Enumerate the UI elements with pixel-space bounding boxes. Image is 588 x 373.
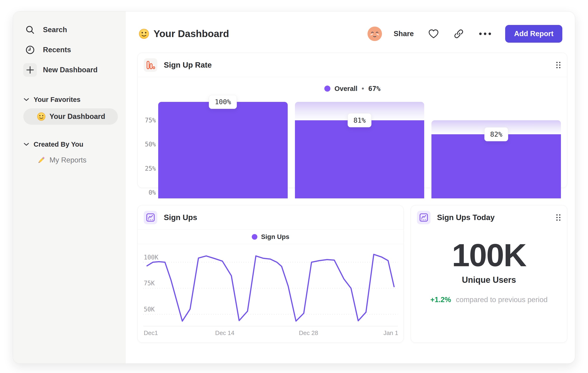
legend-separator: • [362, 85, 364, 92]
funnel-tooltip: 100% [209, 95, 237, 109]
page-title: Your Dashboard [154, 28, 229, 40]
more-options-icon[interactable] [479, 32, 492, 36]
funnel-plot: 75%50%25%0% 100%81%82% [144, 102, 561, 198]
smiley-emoji-icon [139, 29, 149, 39]
funnel-legend: Overall • 67% [138, 85, 567, 92]
legend-name: Sign Ups [261, 233, 289, 241]
signups-line-series[interactable] [147, 254, 394, 321]
funnel-y-tick: 50% [145, 141, 156, 148]
legend-dot [252, 234, 257, 240]
sidebar-item-label: My Reports [50, 156, 86, 164]
pencil-emoji-icon [37, 156, 46, 165]
line-legend: Sign Ups [138, 230, 403, 244]
card-title: Sign Ups [164, 213, 197, 222]
line-y-tick: 75K [144, 280, 155, 287]
legend-name: Overall [335, 85, 357, 92]
line-x-tick: Dec 14 [215, 329, 234, 336]
smiley-emoji-icon [37, 112, 46, 121]
share-button[interactable]: Share [394, 30, 414, 38]
line-x-tick: Dec1 [144, 329, 158, 336]
funnel-y-tick: 25% [145, 165, 156, 172]
funnel-y-tick: 75% [145, 117, 156, 124]
funnel-bar-fill [431, 134, 561, 198]
metric-delta: +1.2% compared to previous period [430, 296, 547, 304]
funnel-step[interactable]: 81% [295, 102, 424, 198]
sidebar-item-label: New Dashboard [43, 66, 97, 74]
card-title: Sign Ups Today [437, 213, 495, 222]
sidebar-item-search[interactable]: Search [23, 20, 121, 40]
sidebar-item-label: Recents [43, 46, 71, 54]
delta-value: +1.2% [430, 296, 451, 304]
funnel-bars: 100%81%82% [158, 102, 561, 198]
legend-dot [324, 86, 330, 92]
header-controls: Share Add Report [368, 25, 562, 43]
funnel-tooltip: 82% [484, 127, 508, 141]
line-y-tick: 50K [144, 306, 155, 313]
legend-value: 67% [368, 85, 380, 92]
card-header: Sign Ups Today [411, 205, 567, 230]
funnel-y-axis: 75%50%25%0% [144, 102, 158, 198]
metric-body: 100K Unique Users +1.2% compared to prev… [411, 230, 567, 304]
main-area: Your Dashboard Share Add Report [126, 11, 575, 363]
signups-line-chart[interactable]: 100K75K50KDec1Dec 14Dec 28Jan 11 [143, 248, 398, 337]
sidebar-item-recents[interactable]: Recents [23, 40, 121, 60]
dashboard-content: Sign Up Rate Overall • 67% 75%50%25%0% 1… [126, 43, 575, 343]
funnel-step[interactable]: 100% [158, 102, 288, 198]
app-window: Search Recents New Dashboard Your Favori… [13, 11, 575, 364]
funnel-tooltip: 81% [348, 113, 371, 127]
chevron-down-icon [23, 142, 29, 146]
sidebar: Search Recents New Dashboard Your Favori… [13, 11, 126, 363]
line-chart-icon [144, 211, 157, 224]
user-avatar[interactable] [368, 27, 382, 41]
section-title: Your Favorites [34, 96, 81, 103]
drag-handle-icon[interactable] [556, 213, 561, 222]
card-sign-ups: Sign Ups Sign Ups 100K75K50KDec1Dec 14De… [137, 205, 404, 343]
line-chart-box: 100K75K50KDec1Dec 14Dec 28Jan 11 [138, 244, 403, 338]
funnel-bar-fill [295, 120, 424, 198]
line-y-tick: 100K [144, 254, 158, 261]
favorite-heart-icon[interactable] [428, 29, 439, 39]
drag-handle-icon[interactable] [556, 61, 561, 69]
add-report-button[interactable]: Add Report [505, 25, 562, 43]
line-x-tick: Jan 11 [383, 329, 398, 336]
metric-value: 100K [452, 237, 526, 274]
card-header: Sign Up Rate [138, 53, 567, 77]
search-icon [23, 23, 37, 37]
delta-note: compared to previous period [456, 296, 548, 304]
sidebar-item-your-dashboard[interactable]: Your Dashboard [23, 108, 118, 125]
sidebar-item-label: Search [43, 26, 67, 34]
sidebar-section-created-by-you[interactable]: Created By You [23, 139, 121, 150]
funnel-bar-fill [158, 102, 288, 198]
copy-link-icon[interactable] [453, 29, 464, 39]
chevron-down-icon [23, 97, 29, 102]
clock-icon [23, 43, 37, 57]
line-chart-icon [417, 211, 430, 224]
card-sign-up-rate: Sign Up Rate Overall • 67% 75%50%25%0% 1… [137, 53, 567, 188]
metric-label: Unique Users [462, 275, 516, 285]
line-x-tick: Dec 28 [299, 329, 318, 336]
page-header: Your Dashboard Share Add Report [126, 11, 575, 43]
funnel-chart-icon [144, 58, 157, 72]
sidebar-item-my-reports[interactable]: My Reports [37, 153, 121, 168]
card-title: Sign Up Rate [164, 60, 212, 70]
funnel-y-tick: 0% [149, 189, 156, 196]
card-header: Sign Ups [138, 205, 403, 230]
section-title: Created By You [34, 141, 83, 148]
sidebar-section-your-favorites[interactable]: Your Favorites [23, 94, 121, 105]
sidebar-item-label: Your Dashboard [50, 112, 105, 121]
funnel-step[interactable]: 82% [431, 102, 561, 198]
plus-icon [23, 63, 37, 77]
card-sign-ups-today: Sign Ups Today 100K Unique Users +1.2% c… [411, 205, 567, 343]
sidebar-item-new-dashboard[interactable]: New Dashboard [23, 60, 121, 80]
funnel-bar[interactable] [158, 102, 288, 198]
